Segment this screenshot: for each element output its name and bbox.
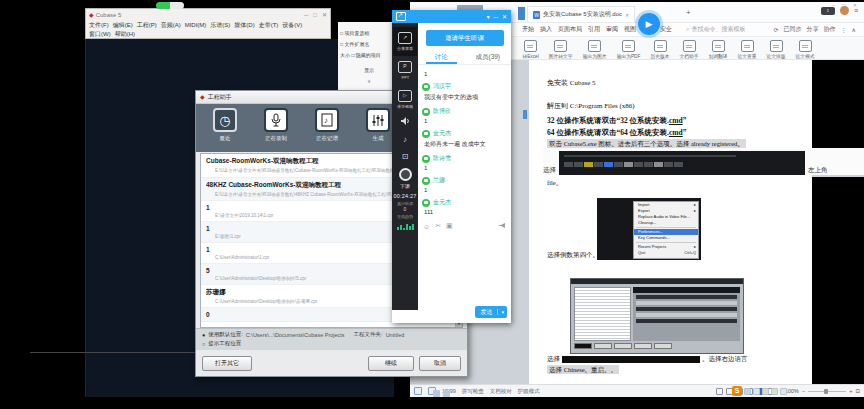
tab-close-icon[interactable]: ✕	[625, 12, 629, 18]
screenshot-scissors-icon[interactable]: ✂	[435, 222, 441, 230]
prompt-location-label[interactable]: 提示工程位置	[208, 340, 241, 347]
zoom-in-button[interactable]: +	[849, 388, 852, 394]
avatar[interactable]	[840, 6, 849, 15]
close-icon[interactable]: ✕	[502, 14, 507, 20]
sidebar-ppt[interactable]: P PPT	[393, 56, 417, 85]
radio-on-icon[interactable]: ●	[202, 332, 205, 338]
ime-mode-icon[interactable]	[744, 388, 751, 395]
wps-menu-view[interactable]: 视图	[624, 25, 636, 34]
sogou-logo-icon[interactable]: S	[732, 386, 742, 396]
chat-input-area[interactable]	[418, 232, 511, 306]
screen-share-icon[interactable]	[396, 12, 406, 21]
proofing-label[interactable]: 文档校对	[490, 388, 512, 395]
ime-settings-icon[interactable]	[780, 388, 787, 395]
emoji-icon[interactable]: ☺	[423, 223, 430, 230]
image-upload-icon[interactable]: ▣	[446, 222, 453, 230]
cancel-button[interactable]: 取消	[419, 356, 461, 371]
cubase-menu-transport[interactable]: 走带(T)	[259, 21, 279, 30]
music-icon[interactable]: ♪	[403, 131, 407, 148]
cubase-menu-media[interactable]: 媒体(D)	[234, 21, 254, 30]
category-scoring[interactable]: ♪ 正在记谱	[304, 108, 350, 148]
invite-students-button[interactable]: 邀请学生听课	[426, 30, 504, 46]
category-recording[interactable]: 正在录制	[253, 108, 299, 148]
cubase-maximize-button[interactable]: □	[313, 12, 317, 18]
cubase-minimize-button[interactable]: ─	[304, 12, 308, 18]
collab-button[interactable]: 协作	[824, 25, 836, 34]
wps-menu-security[interactable]: 安全	[660, 25, 672, 34]
toolbar-to-excel[interactable]: 转Excel	[522, 40, 539, 59]
toolbar-paper-layout[interactable]: 论文排版	[766, 40, 786, 59]
use-default-location-label[interactable]: 使用默认位置:	[208, 331, 243, 338]
new-tab-button[interactable]: +	[686, 8, 691, 17]
send-button[interactable]: 发送 ▾	[475, 306, 507, 318]
tab-discussion[interactable]: 讨论	[418, 50, 465, 64]
fullscreen-view-icon[interactable]	[716, 388, 723, 395]
zoom-out-button[interactable]: −	[802, 388, 805, 394]
cubase-menu-help[interactable]: 帮助(H)	[115, 30, 135, 39]
cubase-menu-audio[interactable]: 音频(A)	[161, 21, 181, 30]
cubase-menu-score[interactable]: 乐谱(S)	[210, 21, 230, 30]
dropdown-icon[interactable]: ▾	[487, 14, 490, 20]
document-page[interactable]: 免安装 Cubase 5 解压到 C:\Program Files (x86) …	[529, 60, 812, 384]
ime-tool-icon[interactable]	[771, 388, 778, 395]
hamburger-menu-icon[interactable]: ≡	[854, 7, 858, 14]
ime-punct-icon[interactable]	[753, 388, 760, 395]
cubase-titlebar[interactable]: ◆ Cubase 5 ─ □ ✕	[86, 9, 330, 20]
zoom-slider[interactable]	[808, 391, 846, 392]
minimize-icon[interactable]: ─	[494, 14, 498, 20]
toolbar-image-to-text[interactable]: 图片转文字	[548, 40, 573, 59]
project-folder-value[interactable]: Untitled	[386, 332, 405, 338]
fit-page-icon[interactable]: ⊡	[855, 388, 860, 394]
collapse-ribbon-icon[interactable]: ∧	[852, 26, 856, 33]
sync-status-label[interactable]: 已同步	[784, 25, 802, 34]
open-other-button[interactable]: 打开其它	[202, 356, 252, 371]
chevron-down-icon[interactable]: ∨	[340, 76, 398, 87]
fullscreen-icon[interactable]: ⊡	[402, 148, 409, 165]
toolbar-paper-mode[interactable]: 论文模式	[795, 40, 815, 59]
checkbox-icon[interactable]: □	[351, 52, 354, 58]
toolbar-export-image[interactable]: 输出为图片	[582, 40, 607, 59]
notification-badge[interactable]: 1	[821, 7, 835, 15]
speaker-icon[interactable]	[401, 114, 410, 131]
wps-menu-home[interactable]: 开始	[522, 25, 534, 34]
checkbox-icon[interactable]: □	[340, 41, 343, 47]
cubase-menu-midi[interactable]: MIDI(M)	[185, 21, 207, 30]
checkbox-icon[interactable]: □	[340, 30, 343, 36]
tab-members[interactable]: 成员(39)	[465, 50, 512, 64]
wps-menu-insert[interactable]: 插入	[540, 25, 552, 34]
chat-message-list[interactable]: 1 冯汉宇 我没有变中文的选项 陈博欣 1 金元杰 老师再来一遍 改成中文 陈诗…	[418, 65, 511, 220]
wps-document-tab[interactable]: W 免安装Cubase 5安装说明.doc ✕	[527, 6, 635, 22]
classroom-titlebar[interactable]: ▾ ─ ✕	[392, 10, 511, 23]
sidebar-share-screen[interactable]: ↗ 分享屏幕	[393, 27, 417, 56]
wps-menu-page-layout[interactable]: 页面布局	[558, 25, 582, 34]
share-button[interactable]: 分享	[807, 25, 819, 34]
page-view-icon[interactable]	[414, 387, 422, 395]
toolbar-history-versions[interactable]: 历史版本	[650, 40, 670, 59]
command-search[interactable]: ⌕ 查找命令、搜索模板	[686, 25, 745, 34]
spellcheck-label[interactable]: 拼写检查	[462, 388, 484, 395]
cubase-menu-project[interactable]: 工程(P)	[137, 21, 157, 30]
toolbar-word-translate[interactable]: 划词翻译	[708, 40, 728, 59]
toolbar-paper-check[interactable]: 论文查重	[737, 40, 757, 59]
more-icon[interactable]: ⋮	[841, 26, 847, 33]
category-recent[interactable]: ◷ 最近	[202, 108, 248, 148]
eye-mode-label[interactable]: 护眼模式	[518, 388, 540, 395]
toolbar-export-pdf[interactable]: 输出为PDF	[616, 40, 641, 59]
sidebar-play-video[interactable]: ▷ 播放视频	[393, 85, 417, 114]
video-play-overlay[interactable]: ▶	[638, 13, 660, 35]
cubase-menu-file[interactable]: 文件(F)	[89, 21, 109, 30]
send-options-caret[interactable]: ▾	[497, 309, 507, 315]
cubase-close-button[interactable]: ✕	[322, 12, 327, 18]
continue-button[interactable]: 继续	[368, 356, 414, 371]
cubase-menu-devices[interactable]: 设备(V)	[282, 21, 302, 30]
end-class-button[interactable]: 下课	[399, 168, 412, 189]
announce-horn-icon[interactable]	[499, 222, 506, 230]
ime-emoji-icon[interactable]	[762, 388, 769, 395]
wps-menu-review[interactable]: 审阅	[606, 25, 618, 34]
default-location-path[interactable]: C:\Users\...\Documents\Cubase Projects	[246, 332, 345, 338]
cubase-menu-window[interactable]: 窗口(W)	[89, 30, 111, 39]
radio-off-icon[interactable]: ○	[202, 341, 205, 347]
toolbar-doc-assistant[interactable]: 文档助手	[679, 40, 699, 59]
cubase-menu-edit[interactable]: 编辑(E)	[113, 21, 133, 30]
wps-menu-references[interactable]: 引用	[588, 25, 600, 34]
